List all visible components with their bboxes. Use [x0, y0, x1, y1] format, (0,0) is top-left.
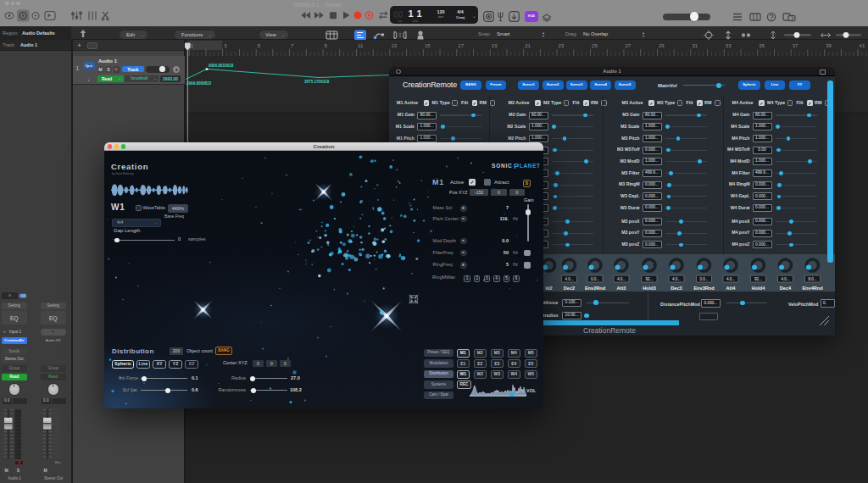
svg-text:4.0...: 4.0... [617, 277, 626, 281]
svg-text:35: 35 [759, 43, 765, 48]
svg-text:13: 13 [391, 43, 397, 48]
svg-text:Att4: Att4 [726, 286, 737, 291]
svg-text:2999.8088822: 2999.8088822 [186, 81, 212, 86]
svg-text:33: 33 [725, 43, 731, 48]
svg-text:4.0...: 4.0... [781, 277, 789, 281]
svg-text:15: 15 [425, 43, 431, 48]
svg-text:Dec4: Dec4 [780, 286, 792, 291]
svg-text:27: 27 [625, 43, 631, 48]
svg-text:4.0...: 4.0... [672, 277, 681, 281]
svg-text:Dec2: Dec2 [564, 286, 575, 291]
svg-text:3675.1706318: 3675.1706318 [304, 80, 330, 84]
svg-text:37: 37 [792, 43, 798, 48]
svg-text:25: 25 [592, 43, 598, 48]
svg-text:Env3Rnd: Env3Rnd [693, 286, 715, 291]
svg-text:8.0...: 8.0... [808, 277, 816, 281]
svg-text:92...: 92... [646, 277, 654, 281]
svg-text:0.0...: 0.0... [591, 277, 599, 281]
svg-text:ld2: ld2 [545, 286, 552, 291]
svg-text:Env2Rnd: Env2Rnd [585, 286, 606, 291]
svg-text:Att3: Att3 [617, 286, 626, 291]
svg-text:4.0...: 4.0... [565, 277, 573, 281]
svg-text:21: 21 [525, 43, 531, 48]
svg-text:29: 29 [659, 43, 665, 48]
svg-text:9086.8033018: 9086.8033018 [209, 64, 234, 68]
svg-text:41: 41 [859, 43, 865, 48]
svg-text:31: 31 [692, 43, 698, 48]
svg-text:0.0...: 0.0... [699, 277, 708, 281]
svg-text:Hold3: Hold3 [643, 286, 656, 291]
svg-text:4.0...: 4.0... [726, 277, 735, 281]
svg-text:Dec3: Dec3 [670, 286, 682, 291]
svg-text:Hold4: Hold4 [752, 286, 765, 291]
svg-text:92...: 92... [754, 277, 762, 281]
svg-text:11: 11 [358, 43, 364, 48]
svg-text:17: 17 [458, 43, 464, 48]
svg-text:Env4Rnd: Env4Rnd [802, 286, 823, 291]
svg-text:39: 39 [826, 43, 832, 48]
svg-text:19: 19 [491, 43, 497, 48]
svg-text:23: 23 [558, 43, 564, 48]
